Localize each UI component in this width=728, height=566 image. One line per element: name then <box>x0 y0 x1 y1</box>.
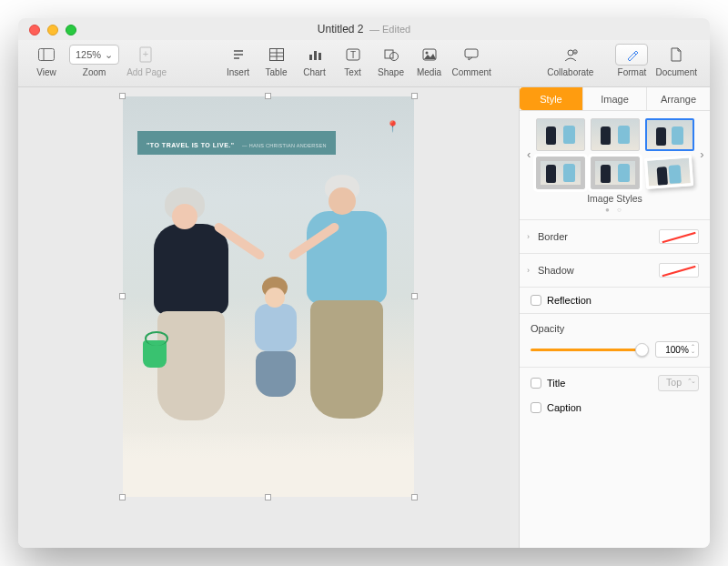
add-page-icon: + <box>139 44 154 66</box>
svg-rect-20 <box>465 49 478 57</box>
border-none-swatch[interactable] <box>659 229 699 244</box>
style-thumb[interactable] <box>644 155 693 189</box>
app-window: Untitled 2 — Edited View 125% Zoom + Add… <box>18 18 710 548</box>
titlebar: Untitled 2 — Edited <box>18 18 710 40</box>
tab-image[interactable]: Image <box>583 87 647 110</box>
caption-checkbox[interactable] <box>531 402 541 413</box>
chart-button[interactable]: Chart <box>296 44 334 77</box>
reflection-label: Reflection <box>547 295 592 306</box>
resize-handle[interactable] <box>119 494 126 500</box>
zoom-value[interactable]: 125% <box>69 45 119 65</box>
inspector-sidebar: Style Image Arrange ‹ <box>519 87 710 548</box>
style-thumb[interactable] <box>591 118 640 151</box>
resize-handle[interactable] <box>119 293 126 299</box>
figure-grandma <box>139 187 248 424</box>
style-thumb[interactable] <box>591 157 640 189</box>
style-thumb-selected[interactable] <box>645 118 694 151</box>
svg-text:+: + <box>143 48 148 59</box>
title-status: Edited <box>382 24 410 35</box>
svg-rect-13 <box>318 53 321 60</box>
resize-handle[interactable] <box>265 494 271 500</box>
resize-handle[interactable] <box>411 494 418 500</box>
reflection-checkbox[interactable] <box>531 295 541 306</box>
svg-point-17 <box>389 53 398 61</box>
maximize-icon[interactable] <box>66 25 76 35</box>
style-thumb[interactable] <box>536 118 585 151</box>
title-label: Title <box>547 378 565 389</box>
opacity-slider[interactable] <box>531 349 648 351</box>
toolbar: View 125% Zoom + Add Page Insert Table <box>18 40 710 87</box>
border-section[interactable]: › Border <box>520 219 710 253</box>
quote-byline: — HANS CHRISTIAN ANDERSEN <box>242 143 327 148</box>
title-row: Title Top <box>520 367 710 399</box>
svg-point-21 <box>568 50 573 56</box>
shadow-section[interactable]: › Shadow <box>520 253 710 287</box>
svg-text:+: + <box>573 49 577 55</box>
chevron-right-icon: › <box>527 266 530 275</box>
add-page-button[interactable]: + Add Page <box>123 44 170 77</box>
border-label: Border <box>538 231 659 242</box>
collaborate-button[interactable]: + Collaborate <box>543 44 597 77</box>
svg-rect-12 <box>314 51 317 60</box>
document-title: Untitled 2 — Edited <box>318 23 410 35</box>
image-styles-label: Image Styles <box>520 193 710 206</box>
styles-prev-icon[interactable]: ‹ <box>525 147 532 161</box>
close-icon[interactable] <box>29 25 40 35</box>
caption-label: Caption <box>547 402 581 413</box>
view-button[interactable]: View <box>27 44 66 77</box>
resize-handle[interactable] <box>411 93 418 99</box>
resize-handle[interactable] <box>119 93 126 99</box>
format-icon <box>615 44 648 66</box>
slider-knob[interactable] <box>635 343 649 357</box>
opacity-section: Opacity 100% <box>520 313 710 367</box>
collaborate-icon: + <box>562 44 579 66</box>
title-checkbox[interactable] <box>531 378 541 389</box>
selected-image[interactable]: "TO TRAVEL IS TO LIVE." — HANS CHRISTIAN… <box>123 96 414 497</box>
media-icon <box>422 44 437 66</box>
style-thumb[interactable] <box>536 157 585 189</box>
format-button[interactable]: Format <box>612 44 652 77</box>
title-position-select[interactable]: Top <box>658 375 699 391</box>
inspector-tabs: Style Image Arrange <box>520 87 710 111</box>
styles-next-icon[interactable]: › <box>698 147 705 161</box>
page-dots[interactable]: ● ○ <box>520 206 710 219</box>
figure-grandpa <box>296 175 405 430</box>
table-button[interactable]: Table <box>258 44 296 77</box>
shape-icon <box>384 44 399 66</box>
shadow-label: Shadow <box>538 265 659 276</box>
bucket-icon <box>143 340 167 368</box>
quote-banner: "TO TRAVEL IS TO LIVE." — HANS CHRISTIAN… <box>137 131 336 155</box>
svg-point-19 <box>425 52 428 55</box>
minimize-icon[interactable] <box>47 25 58 35</box>
media-button[interactable]: Media <box>410 44 449 77</box>
opacity-value-stepper[interactable]: 100% <box>655 341 699 358</box>
title-name: Untitled 2 <box>318 23 364 35</box>
window-controls <box>29 25 76 35</box>
pin-icon: 📍 <box>386 120 399 133</box>
sidebar-icon <box>38 44 55 66</box>
document-icon <box>670 44 682 66</box>
comment-button[interactable]: Comment <box>449 44 495 77</box>
tab-arrange[interactable]: Arrange <box>647 87 710 110</box>
insert-icon <box>231 44 246 66</box>
chevron-right-icon: › <box>527 232 530 241</box>
resize-handle[interactable] <box>411 293 418 299</box>
zoom-select[interactable]: 125% Zoom <box>66 44 123 77</box>
canvas[interactable]: "TO TRAVEL IS TO LIVE." — HANS CHRISTIAN… <box>18 87 519 548</box>
quote-text: "TO TRAVEL IS TO LIVE." <box>147 142 235 148</box>
resize-handle[interactable] <box>265 93 271 99</box>
table-icon <box>269 44 284 66</box>
svg-rect-11 <box>309 55 312 60</box>
svg-rect-0 <box>39 49 55 61</box>
chart-icon <box>308 44 322 66</box>
shadow-none-swatch[interactable] <box>659 263 699 278</box>
text-icon: T <box>346 44 360 66</box>
tab-style[interactable]: Style <box>520 87 583 110</box>
shape-button[interactable]: Shape <box>372 44 410 77</box>
comment-icon <box>464 44 479 66</box>
text-button[interactable]: T Text <box>334 44 372 77</box>
svg-rect-16 <box>385 50 393 58</box>
photo-placeholder: "TO TRAVEL IS TO LIVE." — HANS CHRISTIAN… <box>123 96 414 497</box>
document-button[interactable]: Document <box>652 44 701 77</box>
insert-button[interactable]: Insert <box>219 44 258 77</box>
